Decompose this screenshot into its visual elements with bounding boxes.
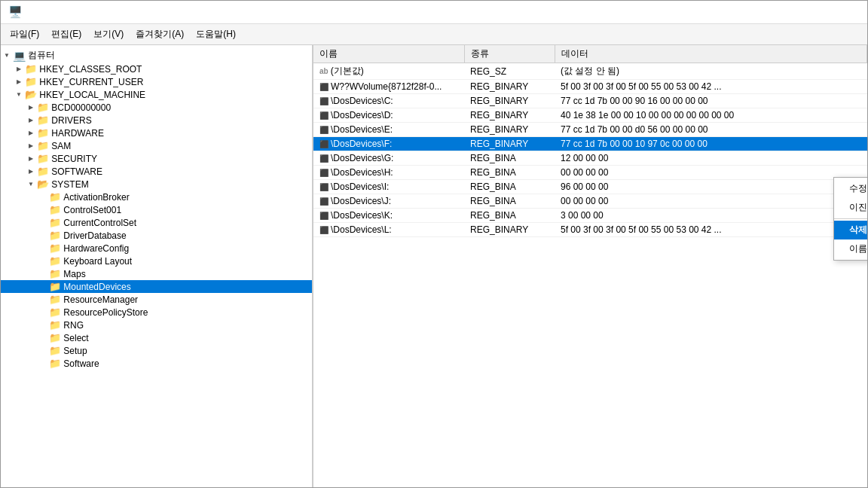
tree-item-mounteddevices[interactable]: 📁 MountedDevices <box>1 280 312 293</box>
context-menu-item-modify[interactable]: 수정(M)... <box>834 179 867 198</box>
tree-item-resourcepolicystore[interactable]: 📁 ResourcePolicyStore <box>1 306 312 319</box>
tree-item-driverdatabase[interactable]: 📁 DriverDatabase <box>1 229 312 242</box>
tree-item-security[interactable]: ▶📁 SECURITY <box>1 152 312 165</box>
tree-item-label: HKEY_CLASSES_ROOT <box>39 64 142 75</box>
table-cell-data: 77 cc 1d 7b 00 00 10 97 0c 00 00 00 <box>555 137 867 151</box>
tree-item-keyboardlayout[interactable]: 📁 Keyboard Layout <box>1 255 312 267</box>
chevron-right-icon: ▶ <box>17 78 21 85</box>
tree-item-label: HKEY_LOCAL_MACHINE <box>39 90 145 100</box>
folder-open-icon: 📂 <box>25 89 39 100</box>
table-row[interactable]: ⬛W??WVolume{8712f28f-0...REG_BINARY5f 00… <box>313 80 867 94</box>
table-cell-type: REG_BINA <box>464 180 555 194</box>
tree-item-drivers[interactable]: ▶📁 DRIVERS <box>1 114 312 127</box>
menu-item[interactable]: 보기(V) <box>87 26 130 43</box>
folder-closed-icon: 📁 <box>49 294 63 305</box>
table-cell-type: REG_BINARY <box>464 123 555 137</box>
context-menu-item-modify-binary[interactable]: 이진 데이터 수정(B)... <box>834 198 867 217</box>
folder-closed-icon: 📁 <box>37 127 51 139</box>
table-cell-type: REG_BINA <box>464 209 555 223</box>
folder-closed-icon: 📁 <box>37 153 51 164</box>
menu-item[interactable]: 즐겨찾기(A) <box>130 26 190 43</box>
tree-item-maps[interactable]: 📁 Maps <box>1 267 312 280</box>
registry-table: 이름 종류 데이터 ab(기본값)REG_SZ(값 설정 안 됨)⬛W??WVo… <box>313 45 867 237</box>
table-row[interactable]: ⬛\DosDevices\L:REG_BINARY5f 00 3f 00 3f … <box>313 223 867 237</box>
table-cell-name: ab(기본값) <box>313 63 464 80</box>
tree-item-label: HKEY_CURRENT_USER <box>39 77 143 87</box>
tree-item-label: Select <box>63 333 88 343</box>
registry-value-name: \DosDevices\H: <box>331 167 393 178</box>
registry-value-icon: ⬛ <box>319 167 331 178</box>
chevron-right-icon: ▶ <box>25 117 37 124</box>
tree-item-label: SAM <box>51 141 71 151</box>
tree-item-hkey_current_user[interactable]: ▶📁 HKEY_CURRENT_USER <box>1 75 312 88</box>
registry-value-icon: ⬛ <box>319 139 331 149</box>
folder-closed-icon: 📁 <box>49 345 63 356</box>
tree-item-hkey_classes_root[interactable]: ▶📁 HKEY_CLASSES_ROOT <box>1 63 312 75</box>
tree-item-label: Setup <box>63 346 87 356</box>
menu-bar: 파일(F)편집(E)보기(V)즐겨찾기(A)도움말(H) <box>1 24 867 45</box>
tree-item-hkey_local_machine[interactable]: ▼📂 HKEY_LOCAL_MACHINE <box>1 88 312 101</box>
table-header-row: 이름 종류 데이터 <box>313 45 867 63</box>
table-cell-data: 12 00 00 00 <box>555 151 867 166</box>
table-row[interactable]: ⬛\DosDevices\H:REG_BINA00 00 00 00 <box>313 166 867 180</box>
tree-item-select[interactable]: 📁 Select <box>1 331 312 344</box>
tree-item-currentcontrolset[interactable]: 📁 CurrentControlSet <box>1 216 312 229</box>
table-row[interactable]: ab(기본값)REG_SZ(값 설정 안 됨) <box>313 63 867 80</box>
tree-item-rng[interactable]: 📁 RNG <box>1 319 312 331</box>
table-cell-name: ⬛\DosDevices\C: <box>313 94 464 108</box>
table-row[interactable]: ⬛\DosDevices\E:REG_BINARY77 cc 1d 7b 00 … <box>313 123 867 137</box>
menu-item[interactable]: 편집(E) <box>45 26 87 43</box>
table-cell-name: ⬛\DosDevices\E: <box>313 123 464 137</box>
table-row[interactable]: ⬛\DosDevices\G:REG_BINA12 00 00 00 <box>313 151 867 166</box>
menu-item[interactable]: 파일(F) <box>4 26 45 43</box>
folder-closed-icon: 📁 <box>49 307 63 318</box>
tree-item-hardwareconfig[interactable]: 📁 HardwareConfig <box>1 242 312 255</box>
chevron-right-icon: ▶ <box>29 130 33 136</box>
tree-item-computer[interactable]: ▼💻 컴퓨터 <box>1 48 312 63</box>
folder-closed-icon: 📁 <box>49 332 63 343</box>
table-cell-data: 00 00 00 00 <box>555 166 867 180</box>
folder-open-icon: 📂 <box>37 178 51 190</box>
tree-item-bcd00000000[interactable]: ▶📁 BCD00000000 <box>1 101 312 114</box>
table-cell-name: ⬛\DosDevices\H: <box>313 166 464 180</box>
tree-item-system[interactable]: ▼📂 SYSTEM <box>1 178 312 191</box>
chevron-right-icon: ▶ <box>25 104 37 111</box>
tree-item-software[interactable]: ▶📁 SOFTWARE <box>1 165 312 178</box>
table-row[interactable]: ⬛\DosDevices\D:REG_BINARY40 1e 38 1e 00 … <box>313 108 867 123</box>
folder-closed-icon: 📁 <box>37 140 51 151</box>
app-icon: 🖥️ <box>8 5 23 19</box>
table-cell-type: REG_SZ <box>464 63 555 80</box>
table-cell-data: 5f 00 3f 00 3f 00 5f 00 55 00 53 00 42 .… <box>555 223 867 237</box>
registry-value-icon: ⬛ <box>319 153 331 163</box>
chevron-right-icon: ▶ <box>25 168 37 175</box>
registry-value-icon: ab <box>319 66 331 76</box>
tree-item-hardware[interactable]: ▶📁 HARDWARE <box>1 127 312 139</box>
tree-pane[interactable]: ▼💻 컴퓨터▶📁 HKEY_CLASSES_ROOT▶📁 HKEY_CURREN… <box>1 45 313 487</box>
table-row[interactable]: ⬛\DosDevices\K:REG_BINA3 00 00 00 <box>313 209 867 223</box>
folder-closed-icon: 📁 <box>49 204 63 215</box>
context-menu-item-delete[interactable]: 삭제(D) <box>834 221 867 239</box>
table-cell-name: ⬛\DosDevices\F: <box>313 137 464 151</box>
context-menu-item-rename[interactable]: 이름 바꾸기(R) <box>834 239 867 258</box>
tree-item-label: DRIVERS <box>51 115 91 126</box>
title-bar: 🖥️ <box>1 1 867 24</box>
table-row[interactable]: ⬛\DosDevices\I:REG_BINA96 00 00 00 <box>313 180 867 194</box>
table-row[interactable]: ⬛\DosDevices\F:REG_BINARY77 cc 1d 7b 00 … <box>313 137 867 151</box>
table-cell-name: ⬛\DosDevices\D: <box>313 108 464 123</box>
tree-item-controlset001[interactable]: 📁 ControlSet001 <box>1 203 312 216</box>
table-row[interactable]: ⬛\DosDevices\J:REG_BINA00 00 00 00 <box>313 194 867 209</box>
folder-closed-icon: 📁 <box>49 358 63 369</box>
table-cell-data: 40 1e 38 1e 00 00 10 00 00 00 00 00 00 0… <box>555 108 867 123</box>
tree-item-activationbroker[interactable]: 📁 ActivationBroker <box>1 191 312 203</box>
main-content: ▼💻 컴퓨터▶📁 HKEY_CLASSES_ROOT▶📁 HKEY_CURREN… <box>1 45 867 487</box>
registry-value-name: \DosDevices\E: <box>331 124 393 135</box>
tree-item-resourcemanager[interactable]: 📁 ResourceManager <box>1 293 312 306</box>
tree-item-label: 컴퓨터 <box>28 49 55 62</box>
table-row[interactable]: ⬛\DosDevices\C:REG_BINARY77 cc 1d 7b 00 … <box>313 94 867 108</box>
col-data: 데이터 <box>555 45 867 63</box>
tree-item-software2[interactable]: 📁 Software <box>1 357 312 370</box>
tree-item-setup[interactable]: 📁 Setup <box>1 344 312 357</box>
menu-item[interactable]: 도움말(H) <box>190 26 242 43</box>
tree-item-sam[interactable]: ▶📁 SAM <box>1 139 312 152</box>
table-cell-type: REG_BINARY <box>464 94 555 108</box>
